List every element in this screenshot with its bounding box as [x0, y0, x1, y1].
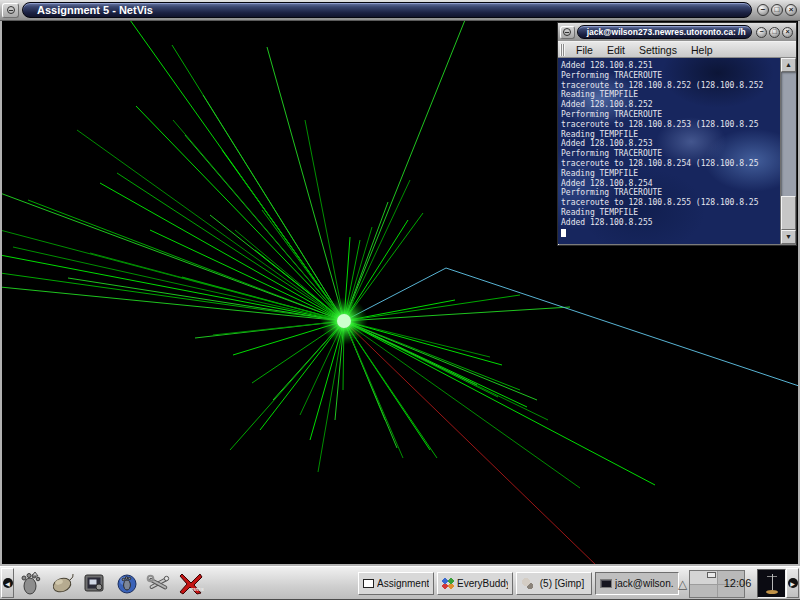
- mouse-icon: [50, 571, 75, 596]
- close-button[interactable]: ×: [785, 4, 797, 16]
- panel-hide-left-button[interactable]: ◀: [1, 568, 14, 598]
- tasklist: Assignment ...EveryBuddy(5) [Gimp]jack@w…: [358, 572, 679, 595]
- terminal-cursor: [561, 229, 566, 237]
- screenshot-tool-launcher[interactable]: [81, 570, 108, 597]
- pager-workspace-1[interactable]: [690, 571, 717, 584]
- task-label: EveryBuddy: [457, 578, 508, 589]
- lamp-applet[interactable]: [757, 569, 786, 598]
- window-menu-button[interactable]: [2, 3, 19, 18]
- terminal-window: jack@wilson273.newres.utoronto.ca: /h − …: [557, 22, 797, 246]
- terminal-line: Reading TEMPFILE: [561, 90, 780, 100]
- main-window-title[interactable]: Assignment 5 - NetVis: [22, 2, 752, 18]
- terminal-window-menu-button[interactable]: [560, 26, 575, 39]
- toolbox-launcher[interactable]: [145, 570, 172, 597]
- terminal-line: traceroute to 128.100.8.255 (128.100.8.2…: [561, 198, 780, 208]
- xmms-label: mms: [190, 586, 204, 592]
- taskbar-panel: ◀: [0, 566, 800, 600]
- terminal-line: traceroute to 128.100.8.252 (128.100.8.2…: [561, 81, 780, 91]
- network-edge: [136, 106, 344, 321]
- clock[interactable]: 12:06: [719, 567, 756, 599]
- screenshot-icon: [82, 571, 107, 596]
- window-menu-icon: [7, 6, 15, 14]
- hub-node: [337, 314, 351, 328]
- network-edge: [344, 321, 437, 458]
- network-edge: [203, 95, 344, 321]
- terminal-line: Added 128.100.8.255: [561, 218, 780, 228]
- network-edge-special: [344, 268, 799, 386]
- pager-window-marker: [707, 572, 716, 578]
- task-button-everybuddy[interactable]: EveryBuddy: [437, 572, 513, 595]
- terminal-line: Performing TRACEROUTE: [561, 110, 780, 120]
- arrow-left-icon: ◀: [3, 578, 13, 588]
- terminal-line: Added 128.100.8.251: [561, 61, 780, 71]
- launcher-group: mms: [17, 570, 204, 597]
- terminal-screen[interactable]: Added 128.100.8.251Performing TRACEROUTE…: [558, 58, 780, 244]
- terminal-titlebar: jack@wilson273.newres.utoronto.ca: /h − …: [558, 23, 796, 41]
- network-edge: [344, 20, 465, 321]
- gimp-icon: [521, 578, 534, 589]
- scrollbar-thumb[interactable]: [781, 196, 796, 230]
- terminal-scrollbar[interactable]: ▲ ▼: [780, 58, 796, 244]
- tasklist-popup-arrow[interactable]: △: [678, 575, 687, 593]
- minimize-button[interactable]: −: [757, 4, 769, 16]
- gnome-foot-icon: [18, 571, 43, 596]
- network-edge: [344, 295, 520, 321]
- tools-icon: [146, 571, 171, 596]
- task-button-terminal[interactable]: jack@wilson...: [595, 572, 679, 595]
- terminal-close-button[interactable]: ×: [782, 27, 793, 38]
- terminal-output: Added 128.100.8.251Performing TRACEROUTE…: [558, 58, 780, 239]
- terminal-line: Reading TEMPFILE: [561, 208, 780, 218]
- menu-settings[interactable]: Settings: [632, 44, 684, 56]
- terminal-line: Reading TEMPFILE: [561, 169, 780, 179]
- task-label: Assignment ...: [377, 578, 429, 589]
- terminal-line: Performing TRACEROUTE: [561, 71, 780, 81]
- main-window-titlebar: Assignment 5 - NetVis − □ ×: [0, 0, 800, 21]
- network-edge: [267, 47, 344, 321]
- menu-help[interactable]: Help: [684, 44, 720, 56]
- task-label: (5) [Gimp]: [537, 578, 587, 589]
- mouse-launcher[interactable]: [49, 570, 76, 597]
- gnome-help-launcher[interactable]: [113, 570, 140, 597]
- network-edge-special: [344, 321, 598, 566]
- task-button-gimp[interactable]: (5) [Gimp]: [516, 572, 592, 595]
- terminal-line: traceroute to 128.100.8.253 (128.100.8.2…: [561, 120, 780, 130]
- terminal-line: Performing TRACEROUTE: [561, 149, 780, 159]
- gnome-menu-launcher[interactable]: [17, 570, 44, 597]
- menu-file[interactable]: File: [569, 44, 600, 56]
- everybuddy-icon: [442, 578, 454, 589]
- network-edge: [182, 277, 344, 321]
- terminal-line: Added 128.100.8.252: [561, 100, 780, 110]
- task-button-window[interactable]: Assignment ...: [358, 572, 434, 595]
- terminal-line: traceroute to 128.100.8.254 (128.100.8.2…: [561, 159, 780, 169]
- network-edge: [305, 120, 344, 321]
- terminal-minimize-button[interactable]: −: [756, 27, 767, 38]
- terminal-line: Added 128.100.8.254: [561, 179, 780, 189]
- scroll-up-icon[interactable]: ▲: [781, 58, 796, 72]
- pager-workspace-3[interactable]: [690, 585, 717, 598]
- network-edge: [230, 321, 344, 450]
- network-edge: [344, 321, 580, 488]
- xmms-launcher[interactable]: mms: [177, 570, 204, 597]
- terminal-line: Reading TEMPFILE: [561, 130, 780, 140]
- window-icon: [363, 579, 374, 588]
- task-label: jack@wilson...: [615, 578, 674, 589]
- network-edge: [0, 255, 344, 321]
- terminal-line: Performing TRACEROUTE: [561, 188, 780, 198]
- scroll-down-icon[interactable]: ▼: [781, 230, 796, 244]
- maximize-button[interactable]: □: [771, 4, 783, 16]
- network-edge: [344, 307, 570, 321]
- desktop: Assignment 5 - NetVis − □ × jack@wilson2…: [0, 0, 800, 600]
- terminal-maximize-button[interactable]: □: [769, 27, 780, 38]
- menu-edit[interactable]: Edit: [600, 44, 632, 56]
- scrollbar-trough[interactable]: [781, 72, 796, 230]
- network-edge: [344, 321, 655, 485]
- xmms-icon: mms: [178, 571, 204, 596]
- arrow-right-icon: ▶: [788, 578, 798, 588]
- menu-grip[interactable]: [560, 44, 565, 56]
- terminal-line: Added 128.100.8.253: [561, 139, 780, 149]
- panel-hide-right-button[interactable]: ▶: [786, 568, 799, 598]
- terminal-title[interactable]: jack@wilson273.newres.utoronto.ca: /h: [577, 25, 752, 39]
- network-edge: [77, 130, 344, 321]
- terminal-icon: [600, 579, 612, 588]
- lamp-stick: [772, 574, 773, 590]
